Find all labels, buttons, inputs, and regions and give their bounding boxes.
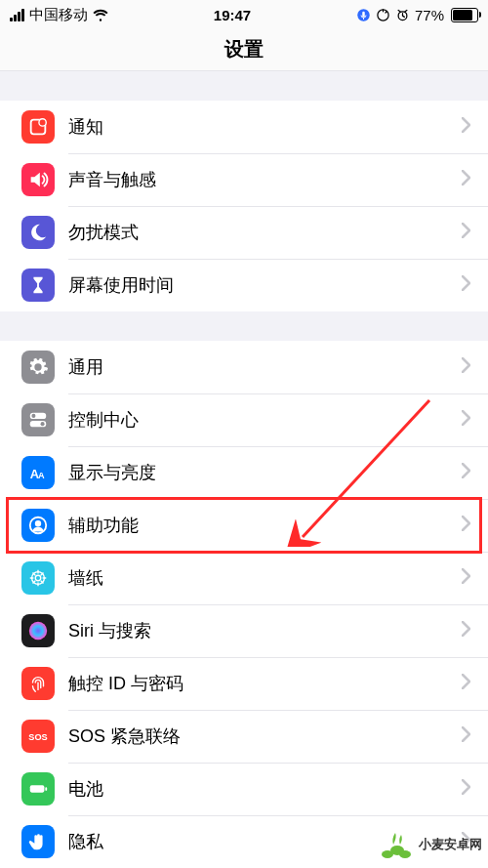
row-label: 控制中心 [68,408,462,432]
fingerprint-icon [21,667,55,700]
chevron-right-icon [462,170,470,189]
battery-icon [449,8,478,22]
hourglass-icon [21,269,55,302]
flower-icon [21,561,55,595]
settings-row-display[interactable]: AA显示与亮度 [0,446,488,499]
speaker-icon [21,163,55,196]
svg-text:SOS: SOS [28,732,47,742]
wifi-icon [93,7,108,22]
settings-group: 通用控制中心AA显示与亮度辅助功能墙纸Siri 与搜索触控 ID 与密码SOSS… [0,341,488,868]
settings-row-screentime[interactable]: 屏幕使用时间 [0,259,488,311]
voice-icon [356,8,371,22]
svg-point-17 [29,622,47,640]
chevron-right-icon [462,117,470,137]
chevron-right-icon [462,779,470,799]
siri-icon [21,614,55,647]
settings-row-accessibility[interactable]: 辅助功能 [0,499,488,552]
moon-icon [21,216,55,249]
row-label: Siri 与搜索 [68,619,462,642]
watermark: 小麦安卓网 [378,827,482,862]
svg-point-8 [31,414,35,418]
carrier-label: 中国移动 [29,6,88,24]
settings-row-notifications[interactable]: 通知 [0,101,488,153]
row-label: 声音与触感 [68,168,462,191]
row-label: 辅助功能 [68,514,462,537]
row-label: 显示与亮度 [68,461,462,484]
settings-row-wallpaper[interactable]: 墙纸 [0,552,488,604]
row-label: SOS 紧急联络 [68,724,462,748]
sos-icon: SOS [21,720,55,753]
signal-icon [10,9,24,21]
svg-point-6 [39,119,46,126]
battery-pct-label: 77% [415,7,444,23]
svg-point-10 [41,422,45,426]
hand-icon [21,825,55,858]
notification-icon [21,110,55,144]
clock-label: 19:47 [108,7,356,23]
chevron-right-icon [462,568,470,588]
toggles-icon [21,403,55,436]
settings-row-control-center[interactable]: 控制中心 [0,393,488,446]
watermark-logo-icon [378,827,413,862]
row-label: 墙纸 [68,566,462,590]
watermark-text: 小麦安卓网 [419,836,482,853]
page-title: 设置 [0,27,488,71]
battery-icon [21,772,55,806]
svg-point-23 [399,850,411,858]
settings-row-battery[interactable]: 电池 [0,763,488,815]
settings-row-sos[interactable]: SOSSOS 紧急联络 [0,710,488,763]
chevron-right-icon [462,223,470,242]
chevron-right-icon [462,621,470,641]
chevron-right-icon [462,674,470,693]
settings-row-touchid[interactable]: 触控 ID 与密码 [0,657,488,710]
settings-row-sounds[interactable]: 声音与触感 [0,153,488,206]
row-label: 通用 [68,355,462,379]
aa-icon: AA [21,456,55,489]
row-label: 屏幕使用时间 [68,273,462,297]
chevron-right-icon [462,516,470,535]
svg-text:A: A [38,471,45,480]
status-bar: 中国移动 19:47 77% [0,0,488,27]
row-label: 勿扰模式 [68,221,462,244]
row-label: 触控 ID 与密码 [68,672,462,695]
chevron-right-icon [462,726,470,746]
settings-group: 通知声音与触感勿扰模式屏幕使用时间 [0,101,488,311]
settings-row-dnd[interactable]: 勿扰模式 [0,206,488,259]
settings-row-general[interactable]: 通用 [0,341,488,393]
settings-row-siri[interactable]: Siri 与搜索 [0,604,488,657]
alarm-icon [395,8,410,22]
chevron-right-icon [462,410,470,430]
row-label: 电池 [68,777,462,801]
svg-rect-1 [362,11,365,17]
lock-icon [376,8,390,22]
svg-rect-2 [363,18,364,20]
chevron-right-icon [462,463,470,482]
svg-rect-19 [30,785,45,792]
svg-point-15 [35,575,41,581]
settings-screen: 中国移动 19:47 77% 设置 通知声音与触感勿扰模式屏幕使用时间通用控制中… [0,0,488,868]
person-circle-icon [21,509,55,542]
row-label: 通知 [68,115,462,139]
svg-point-14 [36,521,41,526]
gear-icon [21,351,55,384]
svg-rect-20 [45,787,47,791]
chevron-right-icon [462,275,470,295]
chevron-right-icon [462,357,470,377]
